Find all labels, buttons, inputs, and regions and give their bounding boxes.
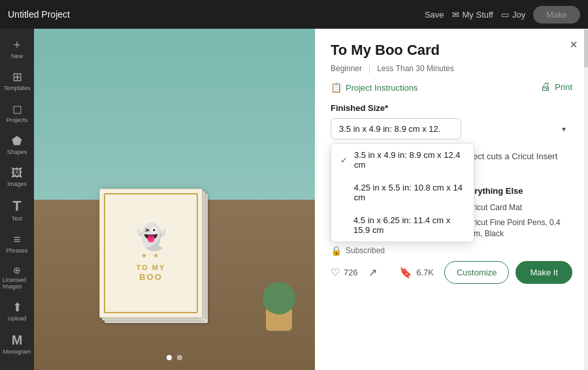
dropdown-menu-item-0[interactable]: ✓ 3.5 in x 4.9 in: 8.9 cm x 12.4 cm [331,144,474,176]
topbar-actions: Save ✉ My Stuff ▭ Joy Make [425,6,580,23]
projects-icon: ◻ [12,103,22,115]
sidebar-item-new[interactable]: + New [0,34,34,65]
instructions-icon: 📋 [331,82,342,93]
text-icon: T [12,199,21,213]
sidebar-item-label: Monogram [3,348,31,355]
sidebar-item-monogram[interactable]: M Monogram [0,328,34,360]
dropdown-option-label-0: 3.5 in x 4.9 in: 8.9 cm x 12.4 cm [354,150,465,170]
print-label: Print [555,82,572,92]
print-button-area[interactable]: 🖨 Print [540,81,572,93]
footer-likes: ♡ 726 ↗ [331,266,377,279]
sidebar-item-label: Templates [3,85,30,91]
project-instructions-label: Project Instructions [346,83,418,93]
project-modal: 👻 ★ ★ TO MY BOO × To My Boo Card [34,29,588,370]
sidebar-item-templates[interactable]: ⊞ Templates [0,66,34,97]
modal-footer: ♡ 726 ↗ 🔖 6.7K Customize Make It [331,261,572,284]
card-image: 👻 ★ ★ TO MY BOO [34,29,315,370]
plant-leaves [263,282,295,315]
project-title: Untitled Project [8,9,425,20]
subscribed-row: 🔒 Subscribed [331,243,572,261]
customize-button[interactable]: Customize [444,261,509,284]
close-button[interactable]: × [570,38,578,51]
shapes-icon: ⬟ [12,135,22,147]
dropdown-menu-item-1[interactable]: 4.25 in x 5.5 in: 10.8 cm x 14 cm [331,176,474,209]
images-icon: 🖼 [11,167,23,179]
dot-2[interactable] [177,355,182,360]
monogram-icon: M [12,333,23,347]
everything-else-item-0: Cricut Card Mat [459,202,572,213]
sidebar-item-label: Shapes [7,149,27,155]
envelope-icon: ✉ [452,10,459,20]
time-badge: Less Than 30 Minutes [377,64,454,73]
image-dots [167,355,182,360]
dropdown-menu: ✓ 3.5 in x 4.9 in: 8.9 cm x 12.4 cm 4.25… [331,143,474,242]
sidebar-item-label: New [11,53,23,59]
sidebar-item-label: Phrases [6,247,27,254]
likes-count: 726 [344,268,358,277]
sidebar-item-label: Text [12,215,23,222]
topbar: Untitled Project Save ✉ My Stuff ▭ Joy M… [0,0,588,29]
scrollbar[interactable] [584,29,588,370]
sidebar-item-projects[interactable]: ◻ Projects [0,98,34,129]
modal-title: To My Boo Card [331,42,572,59]
everything-else-item-1: Cricut Fine Point Pens, 0.4 mm, Black [459,217,572,239]
footer-buttons: Customize Make It [444,261,572,284]
templates-icon: ⊞ [12,71,22,83]
sidebar-item-phrases[interactable]: ≡ Phrases [0,228,34,259]
saves-count: 6.7K [416,268,434,277]
machine-button[interactable]: ▭ Joy [501,10,525,20]
make-button[interactable]: Make [533,6,580,23]
modal-image-panel: 👻 ★ ★ TO MY BOO [34,29,315,370]
card-main: 👻 ★ ★ TO MY BOO [99,189,203,318]
scrollbar-thumb[interactable] [584,29,588,68]
print-icon: 🖨 [540,81,551,93]
chevron-down-icon: ▾ [562,125,566,134]
sidebar-item-shapes[interactable]: ⬟ Shapes [0,130,34,161]
save-button[interactable]: Save [425,10,444,20]
machine-icon: ▭ [501,10,509,20]
subscribed-label: Subscribed [346,246,385,255]
sidebar-item-licensed[interactable]: ⊕ Licensed Images [0,260,34,295]
heart-icon[interactable]: ♡ [331,266,340,279]
sidebar-item-label: Images [7,181,27,187]
dropdown-container: 3.5 in x 4.9 in: 8.9 cm x 12.4 cm 4.25 i… [331,118,572,140]
phrases-icon: ≡ [14,234,21,245]
modal-content-panel[interactable]: × To My Boo Card Beginner | Less Than 30… [315,29,588,370]
size-dropdown[interactable]: 3.5 in x 4.9 in: 8.9 cm x 12.4 cm 4.25 i… [331,118,461,140]
dropdown-option-label-2: 4.5 in x 6.25 in: 11.4 cm x 15.9 cm [353,215,465,235]
checkmark-icon: ✓ [340,155,349,165]
sidebar-item-upload[interactable]: ⬆ Upload [0,296,34,327]
everything-else-title: Everything Else [459,186,572,196]
sidebar-item-label: Upload [8,315,27,322]
dropdown-option-label-1: 4.25 in x 5.5 in: 10.8 cm x 14 cm [354,183,465,202]
sidebar-item-images[interactable]: 🖼 Images [0,162,34,193]
subscribed-icon: 🔒 [331,245,342,256]
finished-size-label: Finished Size* [331,103,572,113]
sidebar-item-label: Licensed Images [3,277,31,290]
sidebar-item-text[interactable]: T Text [0,194,34,227]
makeit-button[interactable]: Make It [515,261,572,284]
mystuff-button[interactable]: ✉ My Stuff [452,10,493,20]
sidebar: + New ⊞ Templates ◻ Projects ⬟ Shapes 🖼 … [0,29,34,370]
dot-1[interactable] [167,355,172,360]
difficulty-badge: Beginner [331,64,362,73]
bookmark-icon[interactable]: 🔖 [399,266,412,279]
card-border [104,193,198,313]
dropdown-menu-item-2[interactable]: 4.5 in x 6.25 in: 11.4 cm x 15.9 cm [331,209,474,241]
wall-bg [34,29,315,200]
meta-divider: | [368,64,370,73]
licensed-icon: ⊕ [13,266,21,275]
plant-decoration [263,275,295,331]
footer-saves: 🔖 6.7K [399,266,434,279]
sidebar-item-label: Projects [7,117,28,123]
plus-icon: + [14,39,21,51]
everything-else-list: Cricut Card Mat Cricut Fine Point Pens, … [459,202,572,239]
upload-icon: ⬆ [12,301,22,313]
project-instructions-link[interactable]: 📋 Project Instructions [331,82,572,93]
share-icon[interactable]: ↗ [368,266,377,279]
card-stack: 👻 ★ ★ TO MY BOO [99,189,203,318]
modal-meta: Beginner | Less Than 30 Minutes [331,64,572,73]
everything-else-col: Everything Else Cricut Card Mat Cricut F… [459,186,572,243]
